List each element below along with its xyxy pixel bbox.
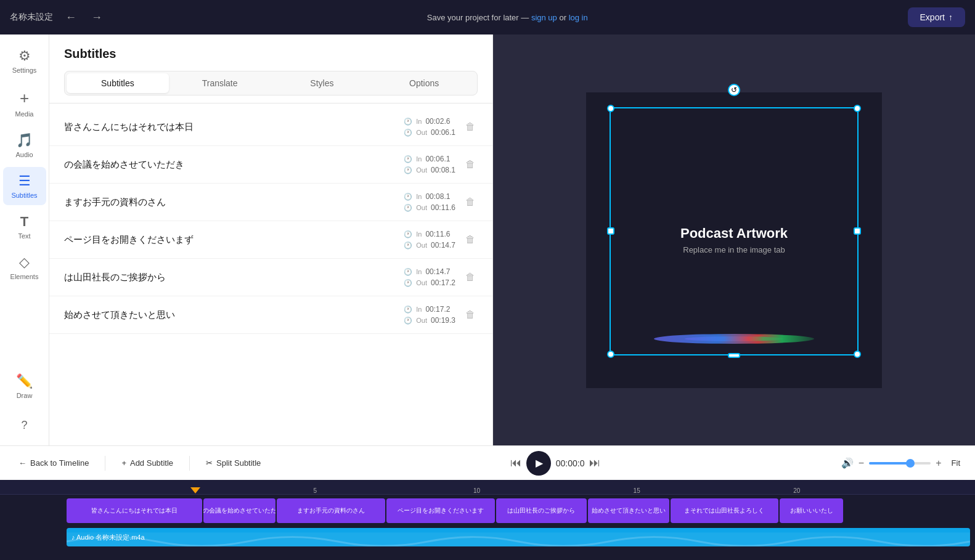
timeline-clip[interactable]: 皆さんこんにちはそれでは本日 (67, 498, 202, 523)
skip-forward-button[interactable]: ⏭ (589, 457, 600, 469)
sidebar-item-media[interactable]: + Media (3, 83, 46, 124)
play-button[interactable]: ▶ (526, 451, 551, 476)
time-out-value: 00:14.7 (431, 241, 455, 250)
subtitle-track-row: 皆さんこんにちはそれでは本日の会議を始めさせていただますお手元の資料のさんページ… (5, 497, 970, 524)
subtitle-text: ますお手元の資料のさん (64, 197, 396, 208)
handle-bottom-center[interactable] (728, 353, 740, 358)
back-to-timeline-button[interactable]: ← Back to Timeline (10, 453, 97, 473)
time-in-row: 🕐 In 00:11.6 (404, 230, 455, 238)
preview-canvas: ↺ Podcast Artwork Replace me in the imag… (586, 92, 882, 388)
time-out-row: 🕐 Out 00:19.3 (404, 316, 455, 325)
audio-clip: ♪ Audio 名称未設定.m4a // inline SVG generati… (67, 528, 970, 546)
time-in-row: 🕐 In 00:17.2 (404, 305, 455, 314)
clock-in-icon: 🕐 (404, 155, 412, 163)
add-subtitle-button[interactable]: + Add Subtitle (113, 453, 182, 473)
tab-options[interactable]: Options (373, 73, 475, 93)
subtitle-item[interactable]: ページ目をお開きくださいまず 🕐 In 00:11.6 🕐 Out 00:14.… (49, 221, 492, 259)
subtitle-item[interactable]: の会議を始めさせていただき 🕐 In 00:06.1 🕐 Out 00:08.1… (49, 146, 492, 184)
sidebar-item-settings[interactable]: ⚙ Settings (3, 42, 46, 80)
sidebar-label-settings: Settings (12, 67, 37, 74)
subtitle-item[interactable]: 皆さんこんにちはそれでは本日 🕐 In 00:02.6 🕐 Out 00:06.… (49, 108, 492, 146)
sidebar-item-elements[interactable]: ◇ Elements (3, 248, 46, 286)
time-in-value: 00:08.1 (425, 192, 450, 201)
handle-bottom-right[interactable] (854, 351, 861, 358)
timeline-clip[interactable]: の会議を始めさせていただ (203, 498, 275, 523)
rotate-handle[interactable]: ↺ (728, 84, 740, 96)
clock-in-icon: 🕐 (404, 193, 412, 201)
subtitles-icon: ☰ (18, 173, 31, 189)
time-out-label: Out (416, 204, 427, 211)
time-in-row: 🕐 In 00:14.7 (404, 267, 455, 276)
clock-in-icon: 🕐 (404, 306, 412, 314)
audio-icon: 🎵 (16, 132, 33, 148)
clock-out-icon: 🕐 (404, 317, 412, 325)
tab-translate[interactable]: Translate (169, 73, 271, 93)
sidebar-item-audio[interactable]: 🎵 Audio (3, 126, 46, 164)
sidebar-item-subtitles[interactable]: ☰ Subtitles (3, 167, 46, 205)
delete-subtitle-button[interactable]: 🗑 (463, 194, 478, 210)
tab-subtitles[interactable]: Subtitles (67, 73, 169, 93)
undo-redo-group: ← → (60, 9, 107, 26)
timeline-clip[interactable]: ますお手元の資料のさん (277, 498, 385, 523)
divider-2 (189, 456, 190, 471)
sidebar-item-help[interactable]: ? (3, 413, 46, 438)
sidebar-item-draw[interactable]: ✏️ Draw (3, 367, 46, 405)
handle-top-right[interactable] (854, 105, 861, 112)
handle-mid-left[interactable] (607, 227, 614, 235)
time-in-value: 00:06.1 (425, 155, 450, 163)
sidebar-label-draw: Draw (17, 392, 33, 399)
redo-button[interactable]: → (86, 9, 107, 26)
undo-button[interactable]: ← (60, 9, 81, 26)
back-icon: ← (18, 458, 27, 468)
time-in-label: In (416, 268, 422, 275)
subtitle-times: 🕐 In 00:11.6 🕐 Out 00:14.7 (404, 230, 455, 250)
timeline-tracks: 皆さんこんにちはそれでは本日の会議を始めさせていただますお手元の資料のさんページ… (0, 495, 975, 550)
handle-bottom-left[interactable] (607, 351, 614, 358)
svg-rect-2 (67, 532, 970, 546)
main-area: ⚙ Settings + Media 🎵 Audio ☰ Subtitles T… (0, 34, 975, 445)
time-out-value: 00:19.3 (431, 316, 455, 325)
split-subtitle-button[interactable]: ✂ Split Subtitle (197, 453, 269, 473)
zoom-controls: − + Fit (859, 456, 965, 470)
delete-subtitle-button[interactable]: 🗑 (463, 156, 478, 172)
time-in-label: In (416, 118, 422, 125)
delete-subtitle-button[interactable]: 🗑 (463, 269, 478, 285)
zoom-out-button[interactable]: − (859, 458, 864, 469)
sidebar-label-elements: Elements (10, 273, 39, 280)
skip-back-button[interactable]: ⏮ (510, 457, 521, 469)
timeline-clip[interactable]: 始めさせて頂きたいと思い (588, 498, 669, 523)
timeline-clip[interactable]: まそれでは山田社長よろしく (671, 498, 779, 523)
zoom-slider[interactable] (869, 462, 931, 465)
fit-button[interactable]: Fit (947, 456, 965, 470)
save-prompt: Save your project for later — sign up or… (427, 13, 588, 22)
clock-in-icon: 🕐 (404, 268, 412, 276)
handle-mid-right[interactable] (854, 227, 861, 235)
timeline-clip[interactable]: は山田社長のご挨拶から (496, 498, 587, 523)
time-in-value: 00:11.6 (425, 230, 450, 238)
sidebar: ⚙ Settings + Media 🎵 Audio ☰ Subtitles T… (0, 34, 49, 445)
timeline-clip[interactable]: お願いいいたし (780, 498, 843, 523)
subtitle-item[interactable]: は山田社長のご挨拶から 🕐 In 00:14.7 🕐 Out 00:17.2 🗑 (49, 259, 492, 296)
sidebar-item-text[interactable]: T Text (3, 208, 46, 246)
add-icon: + (121, 458, 126, 468)
subtitle-text: 始めさせて頂きたいと思い (64, 309, 396, 321)
clock-out-icon: 🕐 (404, 279, 412, 287)
help-icon: ? (21, 419, 27, 432)
subtitle-times: 🕐 In 00:14.7 🕐 Out 00:17.2 (404, 267, 455, 287)
volume-button[interactable]: 🔊 (841, 457, 854, 469)
media-icon: + (20, 89, 29, 108)
zoom-in-button[interactable]: + (936, 458, 941, 469)
sign-up-link[interactable]: sign up (531, 13, 557, 22)
export-button[interactable]: Export ↑ (908, 7, 965, 27)
panel-header: Subtitles Subtitles Translate Styles Opt… (49, 34, 492, 103)
handle-top-left[interactable] (607, 105, 614, 112)
delete-subtitle-button[interactable]: 🗑 (463, 232, 478, 248)
log-in-link[interactable]: log in (569, 13, 588, 22)
time-out-value: 00:06.1 (431, 128, 455, 137)
delete-subtitle-button[interactable]: 🗑 (463, 307, 478, 323)
tab-styles[interactable]: Styles (271, 73, 373, 93)
subtitle-item[interactable]: 始めさせて頂きたいと思い 🕐 In 00:17.2 🕐 Out 00:19.3 … (49, 296, 492, 334)
timeline-clip[interactable]: ページ目をお開きくださいます (386, 498, 495, 523)
delete-subtitle-button[interactable]: 🗑 (463, 119, 478, 135)
subtitle-item[interactable]: ますお手元の資料のさん 🕐 In 00:08.1 🕐 Out 00:11.6 🗑 (49, 184, 492, 221)
